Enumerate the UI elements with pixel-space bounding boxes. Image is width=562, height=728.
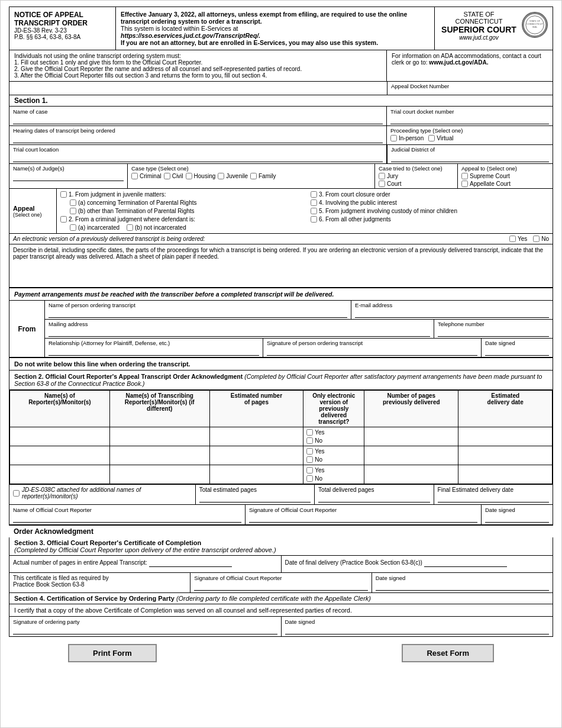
appeal-2a-option[interactable]: (a) incarcerated — [70, 224, 119, 231]
sec3-date-input[interactable] — [376, 581, 549, 591]
no-1[interactable]: No — [306, 437, 361, 444]
jury-checkbox[interactable] — [379, 173, 385, 179]
appeal-1-checkbox[interactable] — [60, 191, 67, 198]
transcribing-name-3-input[interactable] — [113, 467, 206, 476]
criminal-option[interactable]: Criminal — [131, 173, 162, 179]
transcribing-name-2-input[interactable] — [113, 448, 206, 457]
reporter-name-input[interactable] — [13, 513, 241, 523]
appeal-3-checkbox[interactable] — [311, 191, 317, 198]
mailing-input[interactable] — [49, 327, 430, 337]
appeal-4-checkbox[interactable] — [311, 199, 317, 206]
appeal-5-checkbox[interactable] — [311, 208, 317, 214]
from-sig-input[interactable] — [267, 346, 477, 356]
elec-no-checkbox[interactable] — [533, 236, 540, 242]
transcribing-name-1-input[interactable] — [113, 429, 206, 438]
final-delivery-input[interactable] — [424, 558, 507, 567]
transcribing-name-3[interactable] — [109, 465, 209, 484]
criminal-checkbox[interactable] — [131, 173, 138, 179]
court-checkbox[interactable] — [379, 181, 385, 187]
yes-2-cb[interactable] — [306, 448, 313, 455]
judicial-district-input[interactable] — [391, 153, 549, 162]
transcribing-name-2[interactable] — [109, 446, 209, 465]
reporter-name-1-input[interactable] — [13, 429, 106, 438]
elec-no-option[interactable]: No — [533, 236, 549, 242]
appeal-1b-checkbox[interactable] — [70, 208, 76, 214]
yes-3[interactable]: Yes — [306, 467, 361, 473]
total-est-input[interactable] — [199, 493, 311, 502]
hearing-dates-input[interactable] — [13, 134, 383, 143]
yes-3-cb[interactable] — [306, 467, 313, 473]
trial-docket-input[interactable] — [390, 115, 549, 124]
pages-delivered-2-input[interactable] — [367, 448, 455, 457]
reporter-name-2[interactable] — [10, 446, 110, 465]
trial-location-input[interactable] — [13, 153, 383, 162]
est-delivery-1[interactable] — [458, 427, 553, 446]
juvenile-option[interactable]: Juvenile — [218, 173, 248, 179]
pages-delivered-3-input[interactable] — [367, 467, 455, 476]
appellate-checkbox[interactable] — [461, 181, 468, 187]
est-pages-3[interactable] — [209, 465, 303, 484]
est-delivery-3-input[interactable] — [461, 467, 549, 476]
section1-title[interactable]: Section 1. — [9, 95, 553, 107]
sec4-sig-input[interactable] — [13, 625, 277, 634]
supreme-checkbox[interactable] — [461, 173, 468, 179]
telephone-input[interactable] — [438, 327, 549, 337]
no-2-cb[interactable] — [306, 456, 313, 463]
elec-yes-option[interactable]: Yes — [509, 236, 527, 242]
in-person-option[interactable]: In-person — [390, 135, 424, 141]
sec2-attached-cb[interactable] — [13, 490, 20, 497]
virtual-option[interactable]: Virtual — [428, 135, 453, 141]
reporter-date-input[interactable] — [485, 513, 549, 523]
sec3-sig-input[interactable] — [194, 581, 367, 591]
in-person-checkbox[interactable] — [390, 135, 397, 141]
from-date-input[interactable] — [485, 346, 549, 356]
appeal-1a-checkbox[interactable] — [70, 199, 76, 206]
est-pages-3-input[interactable] — [213, 467, 301, 476]
housing-checkbox[interactable] — [186, 173, 192, 179]
appellate-option[interactable]: Appellate Court — [461, 181, 549, 187]
actual-pages-input[interactable] — [149, 558, 232, 567]
est-delivery-1-input[interactable] — [461, 429, 549, 438]
reporter-name-3-input[interactable] — [13, 467, 106, 476]
jury-option[interactable]: Jury — [379, 173, 454, 179]
housing-option[interactable]: Housing — [186, 173, 216, 179]
appeal-2b-checkbox[interactable] — [127, 224, 133, 231]
reporter-name-2-input[interactable] — [13, 448, 106, 457]
yes-1[interactable]: Yes — [306, 429, 361, 436]
reset-button[interactable]: Reset Form — [402, 644, 494, 662]
final-est-input[interactable] — [438, 493, 549, 502]
no-3-cb[interactable] — [306, 475, 313, 482]
sec2-attached-option[interactable]: JD-ES-038C attached for additional names… — [13, 487, 192, 500]
yes-1-cb[interactable] — [306, 429, 313, 436]
est-pages-1[interactable] — [209, 427, 303, 446]
reporter-sig-input[interactable] — [249, 513, 477, 523]
appeal-2a-checkbox[interactable] — [70, 224, 76, 231]
description-textarea[interactable] — [13, 260, 549, 284]
est-pages-2[interactable] — [209, 446, 303, 465]
appeal-6-checkbox[interactable] — [311, 216, 317, 223]
civil-checkbox[interactable] — [164, 173, 170, 179]
supreme-option[interactable]: Supreme Court — [461, 173, 549, 179]
est-pages-2-input[interactable] — [213, 448, 301, 457]
no-3[interactable]: No — [306, 475, 361, 482]
sec4-date-input[interactable] — [285, 625, 550, 634]
est-delivery-2-input[interactable] — [461, 448, 549, 457]
reporter-name-1[interactable] — [10, 427, 110, 446]
relationship-input[interactable] — [49, 346, 259, 356]
transcribing-name-1[interactable] — [109, 427, 209, 446]
family-checkbox[interactable] — [250, 173, 257, 179]
court-option[interactable]: Court — [379, 181, 454, 187]
pages-delivered-1-input[interactable] — [367, 429, 455, 438]
pages-delivered-2[interactable] — [364, 446, 458, 465]
name-of-case-input[interactable] — [13, 115, 383, 124]
est-delivery-2[interactable] — [458, 446, 553, 465]
pages-delivered-1[interactable] — [364, 427, 458, 446]
virtual-checkbox[interactable] — [428, 135, 435, 141]
judge-names-input[interactable] — [13, 172, 124, 181]
elec-yes-checkbox[interactable] — [509, 236, 516, 242]
juvenile-checkbox[interactable] — [218, 173, 224, 179]
no-1-cb[interactable] — [306, 437, 313, 444]
pages-delivered-3[interactable] — [364, 465, 458, 484]
civil-option[interactable]: Civil — [164, 173, 183, 179]
total-delivered-input[interactable] — [318, 493, 429, 502]
